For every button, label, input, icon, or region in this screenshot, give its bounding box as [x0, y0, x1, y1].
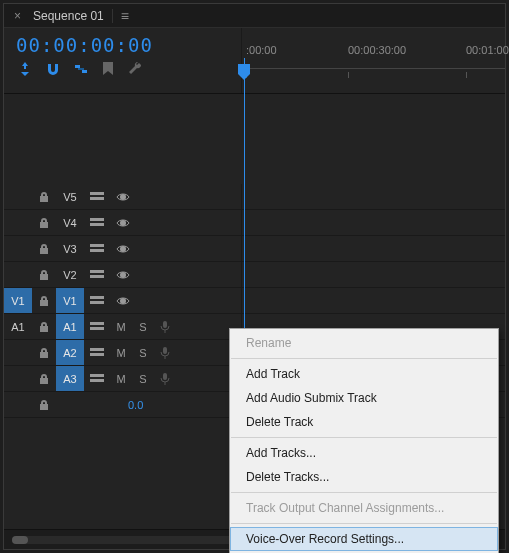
toggle-track-output-icon[interactable] [110, 244, 136, 254]
svg-point-17 [120, 298, 126, 304]
track-target[interactable]: V1 [56, 288, 84, 313]
svg-rect-10 [90, 249, 104, 252]
sync-lock-icon[interactable] [84, 270, 110, 280]
track-target[interactable]: A1 [56, 314, 84, 339]
ruler-tick: 00:01:00 [466, 44, 509, 56]
lock-icon[interactable] [32, 321, 56, 333]
svg-rect-23 [163, 347, 167, 354]
toggle-track-output-icon[interactable] [110, 296, 136, 306]
svg-rect-9 [90, 244, 104, 247]
close-panel-button[interactable]: × [8, 9, 27, 23]
lock-icon[interactable] [32, 347, 56, 359]
track-target[interactable]: V2 [56, 262, 84, 287]
source-patch[interactable] [4, 184, 32, 209]
video-track-row[interactable]: V3 [4, 236, 505, 262]
source-patch[interactable] [4, 392, 32, 417]
svg-rect-13 [90, 275, 104, 278]
menu-separator [231, 358, 497, 359]
track-target[interactable]: A3 [56, 366, 84, 391]
menu-delete-track[interactable]: Delete Track [230, 410, 498, 434]
snap-icon[interactable] [46, 62, 60, 76]
panel-menu-button[interactable]: ≡ [115, 8, 135, 24]
sync-lock-icon[interactable] [84, 322, 110, 332]
lock-icon[interactable] [32, 295, 56, 307]
svg-rect-7 [90, 223, 104, 226]
voiceover-record-icon[interactable] [154, 347, 176, 359]
linked-selection-icon[interactable] [74, 62, 88, 76]
menu-add-tracks[interactable]: Add Tracks... [230, 441, 498, 465]
track-target[interactable]: A2 [56, 340, 84, 365]
svg-point-5 [120, 194, 126, 200]
markers-icon[interactable] [102, 62, 114, 76]
svg-rect-22 [90, 353, 104, 356]
lock-icon[interactable] [32, 269, 56, 281]
menu-delete-tracks[interactable]: Delete Tracks... [230, 465, 498, 489]
ruler-baseline [242, 68, 505, 69]
lock-icon[interactable] [32, 217, 56, 229]
svg-rect-20 [163, 321, 167, 328]
video-track-row[interactable]: V4 [4, 210, 505, 236]
svg-rect-4 [90, 197, 104, 200]
video-track-row[interactable]: V1 V1 [4, 288, 505, 314]
time-ruler[interactable]: :00:00 00:00:30:00 00:01:00 [242, 44, 505, 68]
time-ruler-area[interactable]: :00:00 00:00:30:00 00:01:00 [242, 28, 505, 93]
source-patch[interactable] [4, 340, 32, 365]
mute-button[interactable]: M [110, 321, 132, 333]
sync-lock-icon[interactable] [84, 244, 110, 254]
toggle-track-output-icon[interactable] [110, 270, 136, 280]
source-patch[interactable] [4, 236, 32, 261]
source-patch[interactable]: A1 [4, 314, 32, 339]
solo-button[interactable]: S [132, 347, 154, 359]
sync-lock-icon[interactable] [84, 192, 110, 202]
svg-rect-26 [163, 373, 167, 380]
insert-overwrite-icon[interactable] [18, 62, 32, 76]
solo-button[interactable]: S [132, 321, 154, 333]
ruler-tick: :00:00 [246, 44, 277, 56]
video-track-row[interactable]: V5 [4, 184, 505, 210]
menu-add-audio-submix-track[interactable]: Add Audio Submix Track [230, 386, 498, 410]
toggle-track-output-icon[interactable] [110, 218, 136, 228]
sync-lock-icon[interactable] [84, 218, 110, 228]
lock-icon[interactable] [32, 243, 56, 255]
panel-titlebar: × Sequence 01 ≡ [4, 4, 505, 28]
svg-point-11 [120, 246, 126, 252]
menu-separator [231, 492, 497, 493]
solo-button[interactable]: S [132, 373, 154, 385]
svg-rect-1 [82, 70, 87, 73]
menu-voiceover-record-settings[interactable]: Voice-Over Record Settings... [230, 527, 498, 551]
mute-button[interactable]: M [110, 373, 132, 385]
track-target[interactable]: V5 [56, 184, 84, 209]
source-patch[interactable] [4, 210, 32, 235]
svg-point-8 [120, 220, 126, 226]
svg-rect-3 [90, 192, 104, 195]
playhead-timecode[interactable]: 00:00:00:00 [16, 34, 231, 56]
sync-lock-icon[interactable] [84, 374, 110, 384]
voiceover-record-icon[interactable] [154, 321, 176, 333]
timeline-toolbar [14, 62, 231, 76]
sync-lock-icon[interactable] [84, 296, 110, 306]
master-level-value[interactable]: 0.0 [128, 399, 143, 411]
settings-wrench-icon[interactable] [128, 62, 142, 76]
track-target[interactable]: V4 [56, 210, 84, 235]
sync-lock-icon[interactable] [84, 348, 110, 358]
svg-rect-21 [90, 348, 104, 351]
source-patch[interactable]: V1 [4, 288, 32, 313]
source-patch[interactable] [4, 262, 32, 287]
divider [112, 9, 113, 23]
mute-button[interactable]: M [110, 347, 132, 359]
menu-add-track[interactable]: Add Track [230, 362, 498, 386]
svg-rect-25 [90, 379, 104, 382]
menu-rename: Rename [230, 331, 498, 355]
lock-icon[interactable] [32, 399, 56, 411]
svg-rect-16 [90, 301, 104, 304]
scrollbar-thumb[interactable] [12, 536, 28, 544]
source-patch[interactable] [4, 366, 32, 391]
header-left: 00:00:00:00 [4, 28, 242, 93]
lock-icon[interactable] [32, 373, 56, 385]
svg-rect-19 [90, 327, 104, 330]
video-track-row[interactable]: V2 [4, 262, 505, 288]
lock-icon[interactable] [32, 191, 56, 203]
voiceover-record-icon[interactable] [154, 373, 176, 385]
toggle-track-output-icon[interactable] [110, 192, 136, 202]
track-target[interactable]: V3 [56, 236, 84, 261]
